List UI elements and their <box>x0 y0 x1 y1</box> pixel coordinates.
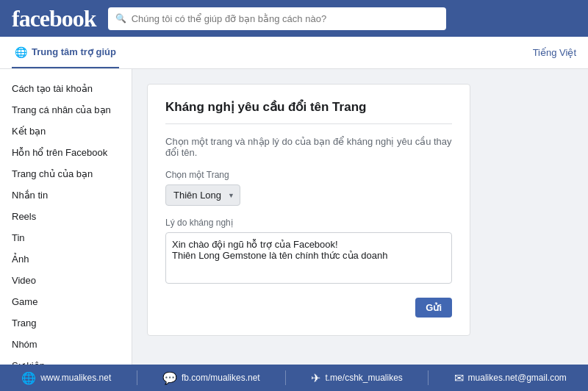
main-layout: Cách tạo tài khoảnTrang cá nhân của bạnK… <box>0 69 588 365</box>
divider <box>137 370 137 385</box>
divider <box>285 370 286 385</box>
sidebar-item[interactable]: Kết bạn <box>0 121 132 142</box>
sidebar: Cách tạo tài khoảnTrang cá nhân của bạnK… <box>0 69 132 365</box>
sidebar-item[interactable]: Reels <box>0 206 132 227</box>
sidebar-item[interactable]: Nhóm <box>0 334 132 355</box>
sub-header: 🌐 Trung tâm trợ giúp Tiếng Việt <box>0 37 588 69</box>
bottom-bar-item-fb: 💬 fb.com/mualikes.net <box>162 371 260 385</box>
search-icon: 🔍 <box>115 13 126 24</box>
sidebar-item[interactable]: Trang cá nhân của bạn <box>0 99 132 121</box>
facebook-logo: facebook <box>12 5 96 32</box>
reason-textarea[interactable]: Xin chào đội ngũ hỗ trợ của Facebook! Th… <box>165 232 452 284</box>
sidebar-item[interactable]: Trang <box>0 312 132 334</box>
bottom-bar-item-website: 🌐 www.mualikes.net <box>21 371 111 385</box>
divider <box>428 370 429 385</box>
sidebar-item[interactable]: Tin <box>0 227 132 248</box>
sidebar-item[interactable]: Sự kiện <box>0 355 132 365</box>
header: facebook 🔍 <box>0 0 588 37</box>
reason-wrap: Lý do kháng nghị Xin chào đội ngũ hỗ trợ… <box>165 218 452 286</box>
submit-button[interactable]: Gửi <box>415 298 452 318</box>
help-center-label: Trung tâm trợ giúp <box>32 46 116 57</box>
fb-label: fb.com/mualikes.net <box>182 373 260 383</box>
language-selector[interactable]: Tiếng Việt <box>533 47 576 58</box>
email-label: mualikes.net@gmail.com <box>468 373 567 383</box>
sidebar-item[interactable]: Video <box>0 270 132 291</box>
globe-icon: 🌐 <box>21 371 36 385</box>
globe-icon: 🌐 <box>15 46 27 58</box>
sidebar-item[interactable]: Cách tạo tài khoản <box>0 78 132 99</box>
page-select-wrapper[interactable]: Thiên Long <box>165 184 240 206</box>
telegram-label: t.me/cshk_mualikes <box>325 373 402 383</box>
sidebar-item[interactable]: Game <box>0 291 132 312</box>
form-actions: Gửi <box>165 298 452 318</box>
telegram-icon: ✈ <box>311 371 320 385</box>
search-input[interactable] <box>108 7 446 30</box>
form-card: Kháng nghị yêu cầu đổi tên Trang Chọn mộ… <box>147 84 470 336</box>
search-bar[interactable]: 🔍 <box>108 7 446 30</box>
bottom-bar-item-email: ✉ mualikes.net@gmail.com <box>454 371 567 385</box>
bottom-bar: 🌐 www.mualikes.net 💬 fb.com/mualikes.net… <box>0 365 588 391</box>
page-select-wrap: Chọn một Trang Thiên Long <box>165 170 452 206</box>
bottom-bar-item-telegram: ✈ t.me/cshk_mualikes <box>311 371 402 385</box>
sidebar-item[interactable]: Nhắn tin <box>0 184 132 206</box>
facebook-icon: 💬 <box>162 371 177 385</box>
email-icon: ✉ <box>454 371 464 385</box>
sidebar-item[interactable]: Ảnh <box>0 248 132 270</box>
website-label: www.mualikes.net <box>40 373 111 383</box>
form-description: Chọn một trang và nhập lý do của bạn để … <box>165 136 452 158</box>
form-title: Kháng nghị yêu cầu đổi tên Trang <box>165 99 452 124</box>
reason-label: Lý do kháng nghị <box>165 218 452 228</box>
content-area: Kháng nghị yêu cầu đổi tên Trang Chọn mộ… <box>132 69 588 365</box>
page-select[interactable]: Thiên Long <box>165 184 240 206</box>
page-select-label: Chọn một Trang <box>165 170 452 180</box>
help-center-nav[interactable]: 🌐 Trung tâm trợ giúp <box>12 37 119 68</box>
sidebar-item[interactable]: Trang chủ của bạn <box>0 163 132 184</box>
sidebar-item[interactable]: Hỗn hổ trên Facebook <box>0 142 132 163</box>
